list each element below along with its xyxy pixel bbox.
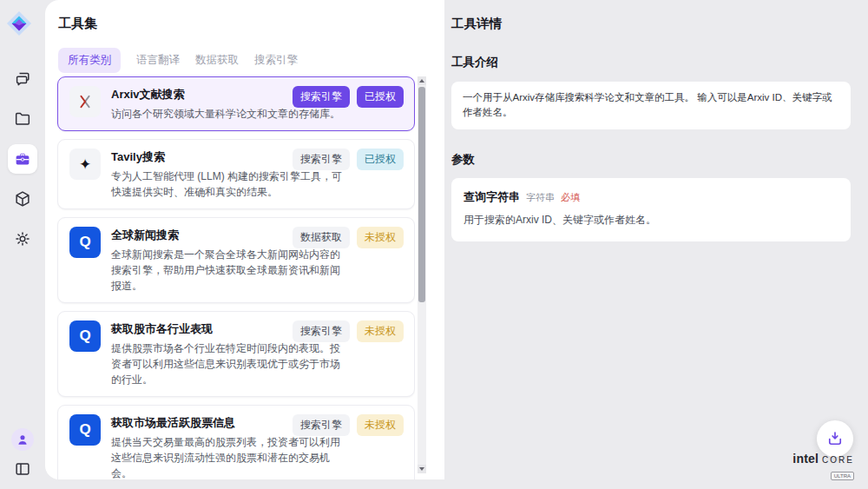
nav-package-icon[interactable]: [13, 189, 32, 208]
intro-heading: 工具介绍: [451, 55, 851, 70]
left-rail: [0, 0, 45, 489]
tool-card-most-active-stocks[interactable]: Q 获取市场最活跃股票信息 提供当天交易量最高的股票列表，投资者可以利用这些信息…: [57, 405, 415, 479]
nav-chat-icon[interactable]: [13, 69, 32, 89]
auth-status-badge: 未授权: [357, 320, 404, 342]
rail-nav: [8, 69, 37, 248]
stock-q-icon: Q: [69, 414, 101, 446]
tab-search-engine[interactable]: 搜索引擎: [254, 48, 298, 73]
tab-data-acquisition[interactable]: 数据获取: [195, 48, 239, 73]
tool-name: Tavily搜索: [111, 149, 273, 165]
tavily-star-icon: ✦: [69, 149, 101, 180]
tool-desc: 专为人工智能代理 (LLM) 构建的搜索引擎工具，可快速提供实时、准确和真实的结…: [111, 169, 344, 200]
intel-core-logo: intelcore ULTRA: [792, 452, 854, 481]
tool-name: 获取股市各行业表现: [111, 321, 273, 337]
ultra-badge: ULTRA: [831, 472, 854, 480]
tool-card-arxiv[interactable]: Arxiv文献搜索 访问各个研究领域大量科学论文和文章的存储库。 搜索引擎 已授…: [57, 76, 415, 131]
intel-wordmark: intel: [792, 452, 819, 466]
app-logo-icon[interactable]: [6, 10, 32, 36]
param-name: 查询字符串: [464, 189, 520, 205]
download-icon: [825, 429, 845, 448]
scroll-down-arrow-icon[interactable]: [418, 465, 426, 473]
param-desc: 用于搜索的Arxiv ID、关键字或作者姓名。: [464, 213, 838, 228]
tool-desc: 提供当天交易量最高的股票列表，投资者可以利用这些信息来识别流动性强的股票和潜在的…: [111, 434, 344, 479]
auth-status-badge: 已授权: [357, 149, 404, 170]
tool-list-panel: 工具集 所有类别 语言翻译 数据获取 搜索引擎 Arxiv文献搜索 访问各个研究…: [45, 0, 444, 479]
tab-language-translation[interactable]: 语言翻译: [136, 48, 180, 73]
tool-name: 获取市场最活跃股票信息: [111, 415, 273, 431]
tool-card-tavily[interactable]: ✦ Tavily搜索 专为人工智能代理 (LLM) 构建的搜索引擎工具，可快速提…: [57, 139, 415, 209]
tool-card-global-news[interactable]: Q 全球新闻搜索 全球新闻搜索是一个聚合全球各大新闻网站内容的搜索引擎，帮助用户…: [57, 217, 415, 303]
tool-detail-panel: 工具详情 工具介绍 一个用于从Arxiv存储库搜索科学论文和文章的工具。 输入可…: [451, 0, 851, 241]
tool-desc: 提供股票市场各个行业在特定时间段内的表现。投资者可以利用这些信息来识别表现优于或…: [111, 340, 344, 387]
category-badge: 搜索引擎: [293, 149, 350, 170]
tab-all-categories[interactable]: 所有类别: [58, 48, 121, 73]
param-required-flag: 必填: [561, 191, 580, 204]
tool-card-sector-performance[interactable]: Q 获取股市各行业表现 提供股票市场各个行业在特定时间段内的表现。投资者可以利用…: [57, 311, 415, 397]
parameter-card: 查询字符串 字符串 必填 用于搜索的Arxiv ID、关键字或作者姓名。: [451, 178, 851, 241]
category-badge: 搜索引擎: [293, 86, 350, 108]
category-badge: 搜索引擎: [293, 320, 350, 342]
auth-status-badge: 未授权: [357, 227, 404, 248]
category-tabs: 所有类别 语言翻译 数据获取 搜索引擎: [58, 48, 298, 73]
user-avatar[interactable]: [11, 428, 34, 451]
auth-status-badge: 未授权: [357, 414, 404, 436]
category-badge: 搜索引擎: [293, 414, 350, 436]
param-type: 字符串: [526, 191, 555, 204]
category-badge: 数据获取: [293, 227, 350, 248]
news-q-icon: Q: [69, 227, 101, 258]
nav-toolbox-icon[interactable]: [8, 144, 37, 174]
nav-folder-icon[interactable]: [13, 109, 32, 129]
tool-desc: 访问各个研究领域大量科学论文和文章的存储库。: [111, 106, 344, 122]
stock-q-icon: Q: [69, 320, 101, 352]
sidebar-toggle-icon[interactable]: [13, 459, 32, 479]
scroll-up-arrow-icon[interactable]: [418, 76, 426, 85]
intro-text: 一个用于从Arxiv存储库搜索科学论文和文章的工具。 输入可以是Arxiv ID…: [451, 82, 851, 129]
params-heading: 参数: [451, 152, 851, 168]
tool-list: Arxiv文献搜索 访问各个研究领域大量科学论文和文章的存储库。 搜索引擎 已授…: [57, 76, 415, 479]
tool-name: Arxiv文献搜索: [111, 87, 273, 102]
nav-settings-icon[interactable]: [13, 229, 32, 248]
core-wordmark: core: [822, 452, 854, 466]
tool-name: 全球新闻搜索: [111, 228, 273, 243]
tool-desc: 全球新闻搜索是一个聚合全球各大新闻网站内容的搜索引擎，帮助用户快速获取全球最新资…: [111, 247, 344, 294]
page-title: 工具集: [58, 16, 97, 32]
scrollbar-thumb[interactable]: [418, 87, 425, 302]
detail-title: 工具详情: [451, 16, 851, 32]
auth-status-badge: 已授权: [357, 86, 404, 108]
arxiv-logo-icon: [69, 86, 101, 117]
rail-bottom: [8, 428, 37, 479]
list-scrollbar[interactable]: [418, 76, 426, 473]
